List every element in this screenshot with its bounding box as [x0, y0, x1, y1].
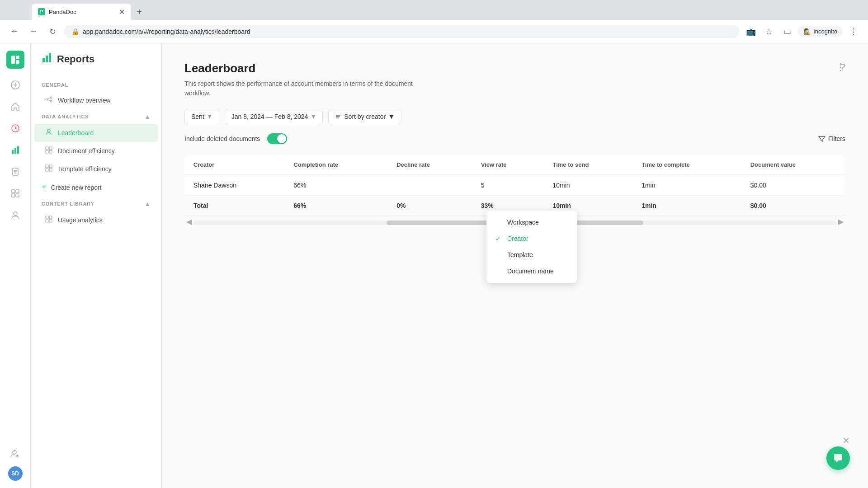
sidebar-item-usage-analytics[interactable]: Usage analytics	[34, 211, 158, 229]
svg-rect-40	[49, 216, 52, 219]
new-tab-button[interactable]: +	[133, 5, 146, 18]
date-range-button[interactable]: Jan 8, 2024 — Feb 8, 2024 ▼	[225, 109, 323, 124]
col-view-rate: View rate	[472, 155, 544, 175]
data-analytics-section-toggle: DATA ANALYTICS ▲	[31, 109, 161, 124]
document-efficiency-icon	[45, 146, 52, 155]
sent-filter-button[interactable]: Sent ▼	[184, 109, 219, 124]
svg-point-26	[50, 97, 52, 99]
svg-rect-34	[49, 150, 52, 153]
cell-total-label: Total	[184, 196, 284, 216]
sent-filter-label: Sent	[191, 113, 204, 120]
sidebar-item-workflow-overview[interactable]: Workflow overview	[34, 91, 158, 109]
svg-rect-38	[49, 169, 52, 171]
left-nav-title: Reports	[57, 53, 94, 65]
cell-total-time-to-complete: 1min	[632, 196, 741, 216]
svg-rect-8	[14, 148, 16, 154]
content-library-label: CONTENT LIBRARY	[42, 201, 94, 206]
leaderboard-table: Creator Completion rate Decline rate Vie…	[184, 155, 845, 216]
sort-label: Sort by creator	[344, 113, 386, 120]
table-row: Shane Dawson 66% 5 10min 1min $0.00	[184, 175, 845, 196]
sidebar-documents-item[interactable]	[6, 163, 24, 181]
app-container: SD Reports GENERAL Workflow overview DAT…	[0, 43, 868, 488]
bookmark-icon[interactable]: ☆	[762, 24, 776, 39]
sort-icon	[335, 113, 341, 120]
filters-row: Sent ▼ Jan 8, 2024 — Feb 8, 2024 ▼ Sort …	[184, 109, 845, 124]
user-avatar[interactable]: SD	[8, 466, 23, 481]
dropdown-item-label: Workspace	[507, 219, 539, 226]
sidebar-add-user-button[interactable]	[6, 445, 24, 463]
toolbar-actions: 📺 ☆ ▭ 🕵️ Incognito ⋮	[744, 24, 861, 39]
left-nav: Reports GENERAL Workflow overview DATA A…	[31, 43, 162, 488]
sidebar-home-item[interactable]	[6, 98, 24, 116]
cell-document-value: $0.00	[741, 175, 845, 196]
sidebar-icon[interactable]: ▭	[780, 24, 794, 39]
main-content: Leaderboard This report shows the perfor…	[162, 43, 868, 488]
app-logo[interactable]	[6, 51, 24, 69]
sidebar-activity-item[interactable]	[6, 119, 24, 137]
icon-sidebar: SD	[0, 43, 31, 488]
cast-icon[interactable]: 📺	[744, 24, 758, 39]
svg-rect-35	[46, 165, 48, 168]
svg-rect-41	[46, 220, 48, 222]
sidebar-item-label: Leaderboard	[58, 129, 94, 136]
incognito-icon: 🕵️	[803, 28, 811, 35]
sidebar-add-button[interactable]	[6, 76, 24, 94]
svg-rect-0	[11, 56, 15, 64]
incognito-badge: 🕵️ Incognito	[798, 26, 843, 37]
svg-line-28	[47, 98, 50, 99]
chat-bubble-button[interactable]	[826, 446, 850, 470]
sidebar-item-leaderboard[interactable]: Leaderboard	[34, 124, 158, 142]
col-time-to-complete: Time to complete	[632, 155, 741, 175]
tab-title: PandaDoc	[49, 9, 76, 15]
cell-creator: Shane Dawson	[184, 175, 284, 196]
dropdown-item-template[interactable]: Template	[486, 247, 577, 263]
create-new-report-button[interactable]: + Create new report	[31, 178, 161, 197]
filter-icon	[818, 135, 826, 142]
collapse-icon[interactable]: ▲	[144, 113, 151, 120]
sidebar-templates-item[interactable]	[6, 184, 24, 202]
collapse-icon-2[interactable]: ▲	[144, 200, 151, 207]
dropdown-item-workspace[interactable]: Workspace	[486, 214, 577, 230]
page-description: This report shows the performance of acc…	[184, 79, 429, 98]
cell-time-to-complete: 1min	[632, 175, 741, 196]
svg-line-29	[47, 100, 50, 101]
col-document-value: Document value	[741, 155, 845, 175]
sidebar-item-label: Document efficiency	[58, 147, 115, 155]
active-tab[interactable]: P PandaDoc ✕	[32, 4, 131, 20]
menu-icon[interactable]: ⋮	[846, 24, 861, 39]
cell-time-to-send: 10min	[543, 175, 632, 196]
address-bar[interactable]: 🔒 app.pandadoc.com/a/#/reporting/data-an…	[64, 25, 739, 38]
sidebar-item-template-efficiency[interactable]: Template efficiency	[34, 160, 158, 178]
sidebar-item-document-efficiency[interactable]: Document efficiency	[34, 142, 158, 160]
filters-button[interactable]: Filters	[818, 135, 845, 142]
help-icon[interactable]: ?	[840, 61, 845, 73]
forward-button[interactable]: →	[26, 24, 41, 39]
col-completion-rate: Completion rate	[284, 155, 387, 175]
plus-icon: +	[42, 183, 47, 192]
scroll-right-button[interactable]: ▶	[836, 217, 845, 226]
scroll-left-button[interactable]: ◀	[184, 217, 193, 226]
create-new-report-label: Create new report	[51, 184, 102, 191]
reload-button[interactable]: ↻	[45, 24, 60, 39]
dropdown-item-document-name[interactable]: Document name	[486, 263, 577, 279]
svg-point-19	[13, 450, 16, 454]
cell-view-rate: 5	[472, 175, 544, 196]
cell-decline-rate	[387, 175, 472, 196]
sidebar-contacts-item[interactable]	[6, 206, 24, 224]
dropdown-item-creator[interactable]: ✓ Creator	[486, 230, 577, 247]
page-title: Leaderboard	[184, 61, 429, 75]
sort-by-button[interactable]: Sort by creator ▼	[328, 109, 401, 124]
sidebar-reports-item[interactable]	[6, 141, 24, 159]
include-deleted-toggle[interactable]	[267, 133, 287, 144]
chat-close-button[interactable]: ✕	[842, 435, 850, 446]
tab-close-button[interactable]: ✕	[119, 8, 125, 16]
back-button[interactable]: ←	[7, 24, 22, 39]
dropdown-item-label: Document name	[507, 267, 554, 275]
data-analytics-label: DATA ANALYTICS	[42, 114, 89, 119]
page-header-left: Leaderboard This report shows the perfor…	[184, 61, 429, 98]
svg-rect-32	[49, 147, 52, 150]
sidebar-item-label: Workflow overview	[58, 97, 110, 104]
cell-completion-rate: 66%	[284, 175, 387, 196]
dropdown-item-label: Creator	[507, 235, 528, 242]
svg-point-30	[47, 129, 50, 132]
